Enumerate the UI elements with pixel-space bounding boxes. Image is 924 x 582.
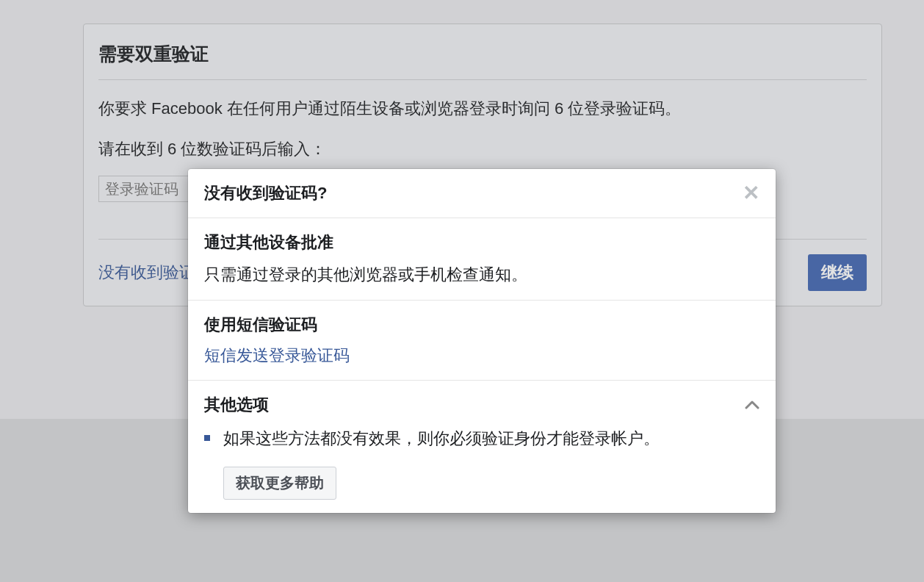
card-description-2: 请在收到 6 位数验证码后输入： — [98, 137, 867, 161]
other-options-section: 其他选项 如果这些方法都没有效果，则你必须验证身份才能登录帐户。 获取更多帮助 — [188, 381, 776, 513]
approve-text: 只需通过登录的其他浏览器或手机检查通知。 — [204, 262, 759, 287]
no-code-modal: 没有收到验证码? ✕ 通过其他设备批准 只需通过登录的其他浏览器或手机检查通知。… — [188, 169, 776, 513]
approve-other-device-section: 通过其他设备批准 只需通过登录的其他浏览器或手机检查通知。 — [188, 218, 776, 301]
other-bullet-text: 如果这些方法都没有效果，则你必须验证身份才能登录帐户。 — [223, 426, 660, 450]
close-icon[interactable]: ✕ — [743, 183, 759, 204]
card-title: 需要双重验证 — [98, 42, 867, 80]
other-bullet-row: 如果这些方法都没有效果，则你必须验证身份才能登录帐户。 — [204, 426, 759, 450]
other-heading: 其他选项 — [204, 394, 269, 416]
sms-code-section: 使用短信验证码 短信发送登录验证码 — [188, 301, 776, 381]
modal-title: 没有收到验证码? — [204, 182, 327, 204]
modal-header: 没有收到验证码? ✕ — [188, 169, 776, 218]
login-code-input[interactable] — [98, 176, 194, 202]
send-sms-code-link[interactable]: 短信发送登录验证码 — [204, 346, 350, 364]
bullet-icon — [204, 435, 210, 441]
get-more-help-button[interactable]: 获取更多帮助 — [223, 467, 336, 500]
sms-heading: 使用短信验证码 — [204, 314, 759, 336]
card-description-1: 你要求 Facebook 在任何用户通过陌生设备或浏览器登录时询问 6 位登录验… — [98, 96, 867, 121]
chevron-up-icon — [745, 397, 759, 414]
other-options-header[interactable]: 其他选项 — [204, 394, 759, 416]
continue-button[interactable]: 继续 — [808, 254, 867, 291]
approve-heading: 通过其他设备批准 — [204, 231, 759, 254]
